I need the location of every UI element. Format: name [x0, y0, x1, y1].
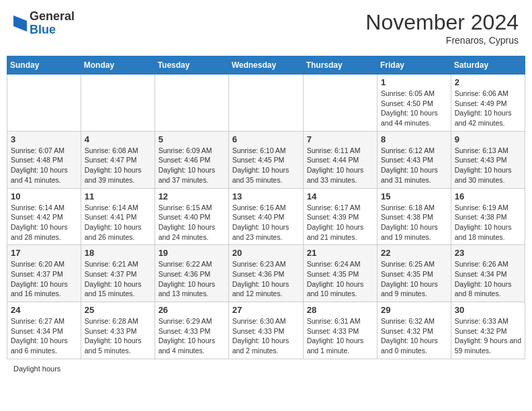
day-number: 15 [381, 191, 447, 201]
day-number: 28 [307, 305, 373, 315]
day-info: Sunrise: 6:25 AMSunset: 4:35 PMDaylight:… [381, 259, 447, 299]
day-info: Sunrise: 6:08 AMSunset: 4:47 PMDaylight:… [85, 146, 151, 185]
calendar-cell: 20Sunrise: 6:23 AMSunset: 4:36 PMDayligh… [228, 245, 303, 302]
calendar-cell [303, 75, 377, 132]
day-info: Sunrise: 6:21 AMSunset: 4:37 PMDaylight:… [85, 259, 151, 299]
day-number: 2 [455, 77, 521, 87]
day-info: Sunrise: 6:29 AMSunset: 4:33 PMDaylight:… [159, 316, 225, 356]
calendar-cell: 2Sunrise: 6:06 AMSunset: 4:49 PMDaylight… [451, 75, 525, 132]
calendar-cell: 30Sunrise: 6:33 AMSunset: 4:32 PMDayligh… [451, 302, 525, 359]
day-info: Sunrise: 6:24 AMSunset: 4:35 PMDaylight:… [307, 259, 373, 299]
day-number: 12 [159, 191, 225, 201]
calendar-week: 3Sunrise: 6:07 AMSunset: 4:48 PMDaylight… [7, 131, 525, 188]
header: General Blue November 2024 Frenaros, Cyp… [7, 7, 525, 49]
day-info: Sunrise: 6:14 AMSunset: 4:42 PMDaylight:… [11, 203, 77, 242]
day-number: 16 [455, 191, 521, 201]
day-number: 3 [11, 134, 77, 144]
calendar-body: 1Sunrise: 6:05 AMSunset: 4:50 PMDaylight… [7, 75, 525, 359]
day-info: Sunrise: 6:23 AMSunset: 4:36 PMDaylight:… [232, 259, 300, 299]
day-number: 29 [381, 305, 447, 315]
day-info: Sunrise: 6:16 AMSunset: 4:40 PMDaylight:… [232, 203, 300, 242]
day-info: Sunrise: 6:09 AMSunset: 4:46 PMDaylight:… [159, 146, 225, 185]
logo-blue-text: Blue [30, 24, 75, 37]
day-info: Sunrise: 6:11 AMSunset: 4:44 PMDaylight:… [307, 146, 373, 185]
day-info: Sunrise: 6:28 AMSunset: 4:33 PMDaylight:… [85, 316, 151, 356]
calendar-cell: 16Sunrise: 6:19 AMSunset: 4:38 PMDayligh… [451, 188, 525, 245]
day-info: Sunrise: 6:33 AMSunset: 4:32 PMDaylight:… [455, 316, 521, 356]
day-number: 1 [381, 77, 447, 87]
weekday-header: Saturday [451, 56, 525, 75]
day-info: Sunrise: 6:13 AMSunset: 4:43 PMDaylight:… [455, 146, 521, 185]
day-info: Sunrise: 6:30 AMSunset: 4:33 PMDaylight:… [232, 316, 300, 356]
day-number: 25 [85, 305, 151, 315]
day-number: 19 [159, 248, 225, 258]
calendar-cell: 19Sunrise: 6:22 AMSunset: 4:36 PMDayligh… [154, 245, 228, 302]
logo-general-text: General [30, 10, 75, 24]
calendar-cell: 22Sunrise: 6:25 AMSunset: 4:35 PMDayligh… [378, 245, 451, 302]
calendar-week: 1Sunrise: 6:05 AMSunset: 4:50 PMDaylight… [7, 75, 525, 132]
day-info: Sunrise: 6:06 AMSunset: 4:49 PMDaylight:… [455, 89, 521, 128]
calendar-cell: 14Sunrise: 6:17 AMSunset: 4:39 PMDayligh… [303, 188, 377, 245]
day-number: 9 [455, 134, 521, 144]
calendar-cell: 28Sunrise: 6:31 AMSunset: 4:33 PMDayligh… [303, 302, 377, 359]
weekday-header: Monday [81, 56, 154, 75]
calendar-cell: 3Sunrise: 6:07 AMSunset: 4:48 PMDaylight… [7, 131, 81, 188]
calendar-cell: 21Sunrise: 6:24 AMSunset: 4:35 PMDayligh… [303, 245, 377, 302]
calendar-cell: 29Sunrise: 6:32 AMSunset: 4:32 PMDayligh… [378, 302, 451, 359]
weekday-header: Thursday [303, 56, 377, 75]
logo-text: General Blue [30, 10, 75, 37]
calendar-cell: 11Sunrise: 6:14 AMSunset: 4:41 PMDayligh… [81, 188, 154, 245]
day-number: 10 [11, 191, 77, 201]
calendar-cell: 23Sunrise: 6:26 AMSunset: 4:34 PMDayligh… [451, 245, 525, 302]
calendar-cell: 17Sunrise: 6:20 AMSunset: 4:37 PMDayligh… [7, 245, 81, 302]
calendar-cell: 7Sunrise: 6:11 AMSunset: 4:44 PMDaylight… [303, 131, 377, 188]
calendar-cell: 15Sunrise: 6:18 AMSunset: 4:38 PMDayligh… [378, 188, 451, 245]
weekday-header: Friday [378, 56, 451, 75]
day-number: 27 [232, 305, 300, 315]
day-info: Sunrise: 6:26 AMSunset: 4:34 PMDaylight:… [455, 259, 521, 299]
day-number: 17 [11, 248, 77, 258]
day-info: Sunrise: 6:20 AMSunset: 4:37 PMDaylight:… [11, 259, 77, 299]
footer: Daylight hours [7, 365, 525, 373]
day-number: 5 [159, 134, 225, 144]
day-number: 24 [11, 305, 77, 315]
calendar-cell [154, 75, 228, 132]
weekday-header: Wednesday [228, 56, 303, 75]
calendar-cell: 24Sunrise: 6:27 AMSunset: 4:34 PMDayligh… [7, 302, 81, 359]
day-info: Sunrise: 6:18 AMSunset: 4:38 PMDaylight:… [381, 203, 447, 242]
day-number: 8 [381, 134, 447, 144]
day-number: 7 [307, 134, 373, 144]
calendar-cell: 9Sunrise: 6:13 AMSunset: 4:43 PMDaylight… [451, 131, 525, 188]
day-number: 21 [307, 248, 373, 258]
day-number: 14 [307, 191, 373, 201]
day-info: Sunrise: 6:17 AMSunset: 4:39 PMDaylight:… [307, 203, 373, 242]
calendar-header: SundayMondayTuesdayWednesdayThursdayFrid… [7, 56, 525, 75]
day-number: 11 [85, 191, 151, 201]
calendar-cell: 6Sunrise: 6:10 AMSunset: 4:45 PMDaylight… [228, 131, 303, 188]
calendar-cell: 10Sunrise: 6:14 AMSunset: 4:42 PMDayligh… [7, 188, 81, 245]
svg-marker-0 [13, 15, 27, 32]
calendar-cell: 27Sunrise: 6:30 AMSunset: 4:33 PMDayligh… [228, 302, 303, 359]
calendar-cell: 13Sunrise: 6:16 AMSunset: 4:40 PMDayligh… [228, 188, 303, 245]
day-number: 4 [85, 134, 151, 144]
day-number: 30 [455, 305, 521, 315]
day-number: 13 [232, 191, 300, 201]
day-info: Sunrise: 6:32 AMSunset: 4:32 PMDaylight:… [381, 316, 447, 356]
day-info: Sunrise: 6:19 AMSunset: 4:38 PMDaylight:… [455, 203, 521, 242]
calendar-cell: 18Sunrise: 6:21 AMSunset: 4:37 PMDayligh… [81, 245, 154, 302]
logo-icon [13, 15, 27, 32]
calendar-cell: 26Sunrise: 6:29 AMSunset: 4:33 PMDayligh… [154, 302, 228, 359]
calendar-cell: 25Sunrise: 6:28 AMSunset: 4:33 PMDayligh… [81, 302, 154, 359]
month-title: November 2024 [365, 10, 519, 35]
calendar-cell: 5Sunrise: 6:09 AMSunset: 4:46 PMDaylight… [154, 131, 228, 188]
day-info: Sunrise: 6:15 AMSunset: 4:40 PMDaylight:… [159, 203, 225, 242]
calendar-cell: 12Sunrise: 6:15 AMSunset: 4:40 PMDayligh… [154, 188, 228, 245]
day-info: Sunrise: 6:14 AMSunset: 4:41 PMDaylight:… [85, 203, 151, 242]
weekday-header: Tuesday [154, 56, 228, 75]
calendar-week: 17Sunrise: 6:20 AMSunset: 4:37 PMDayligh… [7, 245, 525, 302]
day-number: 18 [85, 248, 151, 258]
day-info: Sunrise: 6:31 AMSunset: 4:33 PMDaylight:… [307, 316, 373, 356]
calendar-cell: 4Sunrise: 6:08 AMSunset: 4:47 PMDaylight… [81, 131, 154, 188]
calendar-cell: 8Sunrise: 6:12 AMSunset: 4:43 PMDaylight… [378, 131, 451, 188]
calendar: SundayMondayTuesdayWednesdayThursdayFrid… [7, 56, 525, 359]
